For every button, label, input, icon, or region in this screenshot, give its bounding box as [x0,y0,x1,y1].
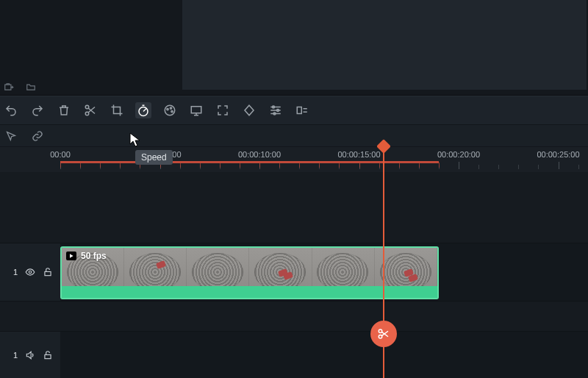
video-track-body[interactable]: 50 fps [60,243,588,301]
svg-rect-11 [297,107,301,114]
mouse-cursor-icon [129,132,141,147]
svg-rect-13 [45,271,51,275]
split-button[interactable] [82,102,98,118]
track-tool-button[interactable] [294,102,310,118]
ruler-timecode: 00:00:15:00 [337,150,380,159]
color-button[interactable] [162,102,178,118]
ruler-timecode: 00:00:25:00 [537,150,579,159]
export-frame-button[interactable] [188,102,204,118]
ruler-timecode: 00:00:10:00 [238,150,281,159]
timeline-ruler[interactable]: 00:0000:00:05:0000:00:10:0000:00:15:0000… [0,147,588,172]
fullscreen-button[interactable] [215,102,231,118]
adjust-button[interactable] [268,102,284,118]
redo-button[interactable] [29,102,46,118]
lock-toggle-icon[interactable] [43,267,53,277]
svg-point-5 [170,107,171,109]
track-index: 1 [13,268,18,277]
speed-button[interactable] [135,102,151,118]
ruler-timecode: 00:00 [50,150,71,159]
audio-track-row: 1 [0,331,588,378]
audio-track-body[interactable] [60,332,588,378]
track-index: 1 [13,351,18,360]
clip-audio-strip [62,286,437,298]
preview-panel [182,0,587,90]
bin-add-icon[interactable] [3,82,15,92]
delete-button[interactable] [56,102,72,118]
timeline-tracks: 1 50 fps 1 [0,172,588,378]
playhead[interactable] [383,146,384,378]
crop-button[interactable] [109,102,125,118]
bin-icons [0,77,40,96]
bin-folder-icon[interactable] [25,82,37,92]
editor-toolbar [0,96,588,125]
play-badge-icon [66,252,76,260]
svg-point-4 [167,108,168,110]
video-clip[interactable]: 50 fps [60,246,439,299]
visibility-toggle-icon[interactable] [25,267,35,277]
preview-area [0,0,588,96]
cut-marker-button[interactable] [370,321,397,347]
undo-button[interactable] [3,102,19,118]
mute-toggle-icon[interactable] [25,350,35,360]
svg-point-12 [29,271,32,274]
ruler-timecode: 00:00:20:00 [437,150,480,159]
link-tool-icon[interactable] [29,128,46,144]
video-track-row: 1 50 fps [0,243,588,302]
video-track-header: 1 [0,243,60,301]
audio-track-header: 1 [0,332,60,378]
svg-point-3 [165,105,175,115]
link-toolbar [0,125,588,147]
keyframe-button[interactable] [241,102,257,118]
svg-point-6 [171,110,173,112]
lock-toggle-icon[interactable] [43,350,53,360]
speed-tooltip: Speed [135,150,173,165]
clip-fps-label: 50 fps [81,251,107,261]
svg-rect-14 [45,354,51,358]
svg-rect-7 [191,107,201,113]
cursor-tool-icon[interactable] [3,128,19,144]
